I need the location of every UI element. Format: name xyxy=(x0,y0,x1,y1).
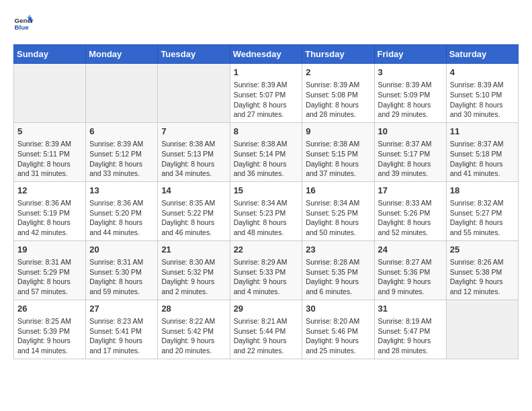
calendar-day-cell: 29 Sunrise: 8:21 AMSunset: 5:44 PMDaylig… xyxy=(230,300,302,359)
day-number: 10 xyxy=(378,126,443,138)
day-info: Sunrise: 8:38 AMSunset: 5:14 PMDaylight:… xyxy=(234,140,287,177)
day-number: 8 xyxy=(234,126,299,138)
day-number: 24 xyxy=(378,244,443,256)
day-number: 2 xyxy=(306,66,370,79)
day-info: Sunrise: 8:37 AMSunset: 5:18 PMDaylight:… xyxy=(450,140,504,177)
calendar-body: 1 Sunrise: 8:39 AMSunset: 5:07 PMDayligh… xyxy=(14,64,519,359)
day-info: Sunrise: 8:39 AMSunset: 5:09 PMDaylight:… xyxy=(378,81,432,118)
calendar-week-row: 19 Sunrise: 8:31 AMSunset: 5:29 PMDaylig… xyxy=(14,240,519,300)
weekday-header-cell: Wednesday xyxy=(230,45,302,64)
day-info: Sunrise: 8:39 AMSunset: 5:10 PMDaylight:… xyxy=(450,81,504,118)
calendar-day-cell: 15 Sunrise: 8:34 AMSunset: 5:23 PMDaylig… xyxy=(230,181,302,240)
day-number: 29 xyxy=(234,303,299,315)
calendar-day-cell: 23 Sunrise: 8:28 AMSunset: 5:35 PMDaylig… xyxy=(302,240,374,300)
calendar-week-row: 1 Sunrise: 8:39 AMSunset: 5:07 PMDayligh… xyxy=(14,64,519,123)
calendar-day-cell: 1 Sunrise: 8:39 AMSunset: 5:07 PMDayligh… xyxy=(230,64,302,123)
calendar-day-cell: 6 Sunrise: 8:39 AMSunset: 5:12 PMDayligh… xyxy=(86,122,158,181)
weekday-header-cell: Sunday xyxy=(14,45,86,64)
day-number: 7 xyxy=(161,126,226,138)
day-info: Sunrise: 8:21 AMSunset: 5:44 PMDaylight:… xyxy=(234,317,287,355)
weekday-header-cell: Monday xyxy=(86,45,158,64)
weekday-header-cell: Saturday xyxy=(446,45,518,64)
day-number: 18 xyxy=(450,185,515,197)
calendar-day-cell xyxy=(158,64,230,123)
day-number: 25 xyxy=(450,244,515,256)
day-info: Sunrise: 8:37 AMSunset: 5:17 PMDaylight:… xyxy=(378,140,432,177)
day-number: 31 xyxy=(378,303,443,315)
day-number: 26 xyxy=(17,303,82,315)
day-info: Sunrise: 8:29 AMSunset: 5:33 PMDaylight:… xyxy=(234,258,287,295)
calendar-day-cell: 11 Sunrise: 8:37 AMSunset: 5:18 PMDaylig… xyxy=(446,122,518,181)
calendar-day-cell: 20 Sunrise: 8:31 AMSunset: 5:30 PMDaylig… xyxy=(86,240,158,300)
day-info: Sunrise: 8:39 AMSunset: 5:07 PMDaylight:… xyxy=(234,81,287,118)
day-info: Sunrise: 8:33 AMSunset: 5:26 PMDaylight:… xyxy=(378,199,432,236)
day-number: 16 xyxy=(306,185,370,197)
calendar-day-cell: 28 Sunrise: 8:22 AMSunset: 5:42 PMDaylig… xyxy=(158,300,230,359)
calendar-day-cell xyxy=(86,64,158,123)
calendar-day-cell: 27 Sunrise: 8:23 AMSunset: 5:41 PMDaylig… xyxy=(86,300,158,359)
day-info: Sunrise: 8:31 AMSunset: 5:30 PMDaylight:… xyxy=(89,258,143,295)
day-info: Sunrise: 8:39 AMSunset: 5:11 PMDaylight:… xyxy=(17,140,71,177)
weekday-header-cell: Tuesday xyxy=(158,45,230,64)
calendar-day-cell: 16 Sunrise: 8:34 AMSunset: 5:25 PMDaylig… xyxy=(302,181,374,240)
day-number: 1 xyxy=(234,66,299,79)
logo: General Blue xyxy=(13,13,34,34)
calendar-day-cell: 17 Sunrise: 8:33 AMSunset: 5:26 PMDaylig… xyxy=(374,181,446,240)
day-info: Sunrise: 8:38 AMSunset: 5:13 PMDaylight:… xyxy=(161,140,215,177)
calendar-day-cell: 26 Sunrise: 8:25 AMSunset: 5:39 PMDaylig… xyxy=(14,300,86,359)
day-number: 19 xyxy=(17,244,82,256)
day-info: Sunrise: 8:34 AMSunset: 5:23 PMDaylight:… xyxy=(234,199,287,236)
weekday-header-cell: Thursday xyxy=(302,45,374,64)
calendar-day-cell: 7 Sunrise: 8:38 AMSunset: 5:13 PMDayligh… xyxy=(158,122,230,181)
day-info: Sunrise: 8:34 AMSunset: 5:25 PMDaylight:… xyxy=(306,199,359,236)
calendar-day-cell: 24 Sunrise: 8:27 AMSunset: 5:36 PMDaylig… xyxy=(374,240,446,300)
calendar-day-cell: 13 Sunrise: 8:36 AMSunset: 5:20 PMDaylig… xyxy=(86,181,158,240)
day-number: 11 xyxy=(450,126,515,138)
calendar-day-cell: 3 Sunrise: 8:39 AMSunset: 5:09 PMDayligh… xyxy=(374,64,446,123)
day-info: Sunrise: 8:39 AMSunset: 5:08 PMDaylight:… xyxy=(306,81,359,118)
day-info: Sunrise: 8:31 AMSunset: 5:29 PMDaylight:… xyxy=(17,258,71,295)
day-info: Sunrise: 8:28 AMSunset: 5:35 PMDaylight:… xyxy=(306,258,359,295)
svg-marker-3 xyxy=(28,15,32,18)
day-info: Sunrise: 8:27 AMSunset: 5:36 PMDaylight:… xyxy=(378,258,432,295)
day-info: Sunrise: 8:19 AMSunset: 5:47 PMDaylight:… xyxy=(378,317,432,355)
day-info: Sunrise: 8:23 AMSunset: 5:41 PMDaylight:… xyxy=(89,317,143,355)
calendar-day-cell xyxy=(446,300,518,359)
calendar-day-cell: 14 Sunrise: 8:35 AMSunset: 5:22 PMDaylig… xyxy=(158,181,230,240)
day-info: Sunrise: 8:26 AMSunset: 5:38 PMDaylight:… xyxy=(450,258,504,295)
svg-text:Blue: Blue xyxy=(15,24,30,31)
day-info: Sunrise: 8:32 AMSunset: 5:27 PMDaylight:… xyxy=(450,199,504,236)
day-info: Sunrise: 8:25 AMSunset: 5:39 PMDaylight:… xyxy=(17,317,71,355)
calendar-day-cell: 10 Sunrise: 8:37 AMSunset: 5:17 PMDaylig… xyxy=(374,122,446,181)
calendar-day-cell: 12 Sunrise: 8:36 AMSunset: 5:19 PMDaylig… xyxy=(14,181,86,240)
day-number: 14 xyxy=(161,185,226,197)
weekday-header-row: SundayMondayTuesdayWednesdayThursdayFrid… xyxy=(14,45,519,64)
calendar-table: SundayMondayTuesdayWednesdayThursdayFrid… xyxy=(13,44,519,359)
calendar-day-cell: 25 Sunrise: 8:26 AMSunset: 5:38 PMDaylig… xyxy=(446,240,518,300)
calendar-week-row: 12 Sunrise: 8:36 AMSunset: 5:19 PMDaylig… xyxy=(14,181,519,240)
calendar-day-cell: 30 Sunrise: 8:20 AMSunset: 5:46 PMDaylig… xyxy=(302,300,374,359)
calendar-day-cell: 19 Sunrise: 8:31 AMSunset: 5:29 PMDaylig… xyxy=(14,240,86,300)
day-number: 3 xyxy=(378,66,443,79)
day-number: 5 xyxy=(17,126,82,138)
day-info: Sunrise: 8:35 AMSunset: 5:22 PMDaylight:… xyxy=(161,199,215,236)
day-number: 9 xyxy=(306,126,370,138)
calendar-day-cell: 2 Sunrise: 8:39 AMSunset: 5:08 PMDayligh… xyxy=(302,64,374,123)
calendar-week-row: 26 Sunrise: 8:25 AMSunset: 5:39 PMDaylig… xyxy=(14,300,519,359)
day-number: 22 xyxy=(234,244,299,256)
day-info: Sunrise: 8:36 AMSunset: 5:19 PMDaylight:… xyxy=(17,199,71,236)
calendar-day-cell: 18 Sunrise: 8:32 AMSunset: 5:27 PMDaylig… xyxy=(446,181,518,240)
calendar-day-cell: 4 Sunrise: 8:39 AMSunset: 5:10 PMDayligh… xyxy=(446,64,518,123)
day-number: 23 xyxy=(306,244,370,256)
day-info: Sunrise: 8:36 AMSunset: 5:20 PMDaylight:… xyxy=(89,199,143,236)
day-number: 15 xyxy=(234,185,299,197)
calendar-week-row: 5 Sunrise: 8:39 AMSunset: 5:11 PMDayligh… xyxy=(14,122,519,181)
day-number: 17 xyxy=(378,185,443,197)
day-number: 21 xyxy=(161,244,226,256)
calendar-day-cell: 22 Sunrise: 8:29 AMSunset: 5:33 PMDaylig… xyxy=(230,240,302,300)
day-number: 28 xyxy=(161,303,226,315)
day-number: 12 xyxy=(17,185,82,197)
calendar-day-cell: 8 Sunrise: 8:38 AMSunset: 5:14 PMDayligh… xyxy=(230,122,302,181)
day-info: Sunrise: 8:39 AMSunset: 5:12 PMDaylight:… xyxy=(89,140,143,177)
day-info: Sunrise: 8:38 AMSunset: 5:15 PMDaylight:… xyxy=(306,140,359,177)
